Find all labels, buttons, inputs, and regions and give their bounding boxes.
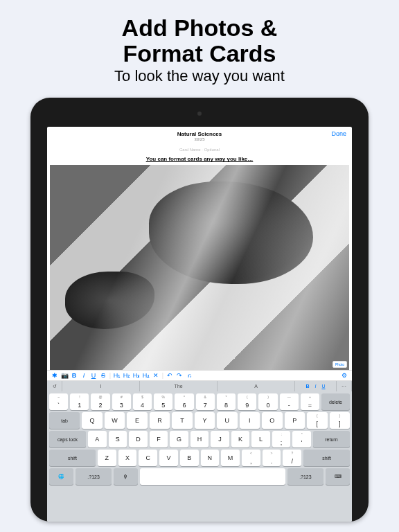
qb-undo[interactable]: ↺ (47, 381, 62, 391)
deck-title: Natural Sciences (177, 131, 222, 137)
ipad-frame: Natural Sciences 33/25 Done Card Name · … (30, 98, 369, 522)
key-,[interactable]: <, (242, 450, 260, 466)
key--[interactable]: —- (280, 393, 299, 410)
key-numpad-l[interactable]: .?123 (76, 468, 112, 485)
key-M[interactable]: M (221, 450, 240, 466)
key-=[interactable]: += (301, 393, 319, 410)
key-V[interactable]: V (159, 450, 178, 466)
redo-icon[interactable]: ↷ (175, 372, 184, 379)
key-Z[interactable]: Z (98, 450, 116, 466)
key-E[interactable]: E (127, 412, 147, 429)
card-name-hint[interactable]: Card Name · Optional (47, 148, 352, 152)
nav-bar: Natural Sciences 33/25 Done (47, 127, 352, 145)
underline-icon[interactable]: U (89, 372, 98, 379)
key-K[interactable]: K (231, 431, 250, 447)
key-O[interactable]: O (262, 412, 282, 429)
key-9[interactable]: (9 (238, 393, 256, 410)
key-capslock[interactable]: caps lock (49, 431, 86, 447)
key-[[interactable]: {[ (307, 412, 327, 429)
key-B[interactable]: B (180, 450, 199, 466)
key-shift-r[interactable]: shift (303, 450, 350, 466)
key-8[interactable]: *8 (217, 393, 236, 410)
h3-icon[interactable]: H₃ (132, 372, 141, 379)
h1-icon[interactable]: H₁ (112, 372, 122, 379)
key-W[interactable]: W (105, 412, 125, 429)
strike-icon[interactable]: S (98, 372, 108, 379)
qb-sugg-3[interactable]: A (218, 381, 295, 391)
key-6[interactable]: ^6 (175, 393, 193, 410)
key-.[interactable]: >. (263, 450, 281, 466)
key-Y[interactable]: Y (195, 412, 215, 429)
card-photo[interactable]: Photo (50, 165, 349, 370)
key-A[interactable]: A (88, 431, 107, 447)
format-toolbar: ✱ 📷 B I U S | H₁ H₂ H₃ H₄ ✕ | ↶ ↷ ⎌ ⚙ (47, 370, 352, 381)
key-T[interactable]: T (172, 412, 192, 429)
settings-icon[interactable]: ⚙ (339, 372, 349, 379)
key-1[interactable]: !1 (70, 393, 89, 410)
promo-headline: Add Photos &Format Cards (0, 15, 399, 66)
h2-icon[interactable]: H₂ (122, 372, 132, 379)
qb-sugg-1[interactable]: I (62, 381, 140, 391)
key-/[interactable]: ?/ (283, 450, 301, 466)
camera-dot (197, 112, 202, 116)
card-count: 33/25 (194, 137, 204, 141)
key-I[interactable]: I (240, 412, 260, 429)
app-screen: Natural Sciences 33/25 Done Card Name · … (47, 127, 352, 522)
qb-format[interactable]: BIU (295, 381, 337, 391)
key-;[interactable]: :; (272, 431, 291, 447)
key-4[interactable]: $4 (133, 393, 152, 410)
h4-icon[interactable]: H₄ (141, 372, 151, 379)
key-F[interactable]: F (150, 431, 168, 447)
reset-icon[interactable]: ⎌ (184, 372, 194, 379)
key-grave[interactable]: ~` (49, 393, 68, 410)
key-delete[interactable]: delete (321, 393, 350, 410)
key-7[interactable]: &7 (196, 393, 215, 410)
key-mic[interactable]: 🎙 (114, 468, 138, 485)
key-R[interactable]: R (150, 412, 170, 429)
qb-sugg-2[interactable]: The (140, 381, 218, 391)
key-numpad-r[interactable]: .?123 (287, 468, 323, 485)
key-Q[interactable]: Q (82, 412, 102, 429)
key-hide[interactable]: ⌨ (326, 468, 350, 485)
key-tab[interactable]: tab (49, 412, 80, 429)
undo-icon[interactable]: ↶ (165, 372, 175, 379)
promo-subhead: To look the way you want (0, 67, 399, 85)
key-2[interactable]: @2 (91, 393, 109, 410)
key-globe[interactable]: 🌐 (49, 468, 73, 485)
qb-more[interactable]: ⋯ (337, 381, 352, 391)
key-P[interactable]: P (285, 412, 305, 429)
key-][interactable]: }] (330, 412, 350, 429)
key-'[interactable]: "' (292, 431, 311, 447)
key-shift-l[interactable]: shift (49, 450, 96, 466)
key-C[interactable]: C (139, 450, 157, 466)
key-0[interactable]: )0 (258, 393, 277, 410)
italic-icon[interactable]: I (79, 372, 89, 379)
insert-icon[interactable]: ✱ (50, 372, 60, 379)
quicktype-bar: ↺ I The A BIU ⋯ (47, 381, 352, 391)
photo-water (50, 165, 349, 370)
key-H[interactable]: H (190, 431, 209, 447)
key-3[interactable]: #3 (112, 393, 131, 410)
key-U[interactable]: U (217, 412, 237, 429)
bold-icon[interactable]: B (69, 372, 79, 379)
camera-icon[interactable]: 📷 (60, 372, 69, 379)
key-5[interactable]: %5 (154, 393, 172, 410)
key-X[interactable]: X (118, 450, 137, 466)
card-caption[interactable]: You can format cards any way you like… (47, 156, 352, 162)
key-L[interactable]: L (251, 431, 270, 447)
key-N[interactable]: N (201, 450, 220, 466)
clear-icon[interactable]: ✕ (151, 372, 161, 379)
key-return[interactable]: return (313, 431, 350, 447)
key-space[interactable] (140, 468, 285, 485)
photo-badge[interactable]: Photo (332, 361, 347, 368)
key-D[interactable]: D (129, 431, 148, 447)
done-button[interactable]: Done (331, 130, 346, 137)
keyboard: ~`!1@2#3$4%5^6&7*8(9)0—-+=delete tabQWER… (47, 391, 352, 522)
key-S[interactable]: S (109, 431, 127, 447)
key-J[interactable]: J (211, 431, 229, 447)
key-G[interactable]: G (170, 431, 188, 447)
